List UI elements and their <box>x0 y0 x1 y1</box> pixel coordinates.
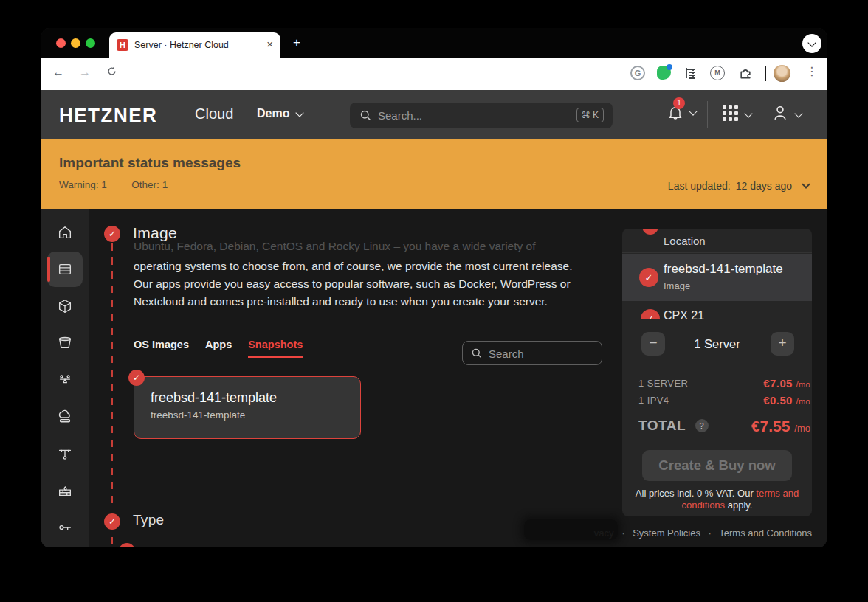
total-row: TOTAL ? €7.55 /mo <box>638 418 803 437</box>
summary-scroll-viewport[interactable]: ✓ Location ✓ freebsd-141-template Image … <box>622 229 812 319</box>
user-icon <box>771 103 790 122</box>
chevron-down-icon <box>807 38 816 46</box>
reload-button[interactable] <box>103 66 120 80</box>
toolbar-divider <box>765 66 766 81</box>
order-summary-panel: ✓ Location ✓ freebsd-141-template Image … <box>622 229 812 516</box>
sidebar-item-images[interactable] <box>41 288 89 324</box>
location-label: Location <box>664 235 706 247</box>
warning-count: 1 <box>101 179 107 190</box>
minimize-window-button[interactable] <box>71 38 80 48</box>
tab-close-icon[interactable]: × <box>266 38 273 50</box>
sidebar <box>41 209 89 547</box>
firewall-icon <box>57 482 73 499</box>
summary-type-label: CPX 21 <box>664 309 704 319</box>
total-label: TOTAL <box>638 418 686 434</box>
tree-extension-icon[interactable] <box>683 66 700 82</box>
image-section-check-icon: ✓ <box>104 226 120 242</box>
browser-window: H Server · Hetzner Cloud × + ← → console… <box>41 28 827 547</box>
tab-os-images[interactable]: OS Images <box>134 339 189 358</box>
grammarly-extension-icon[interactable]: G <box>630 66 647 82</box>
extensions-puzzle-icon[interactable] <box>738 66 754 82</box>
header-divider <box>247 100 247 129</box>
back-button[interactable]: ← <box>50 66 66 79</box>
chevron-down-icon <box>689 107 697 115</box>
vat-notice: All prices incl. 0 % VAT. Our terms and … <box>631 488 803 511</box>
price-label: 1 IPV4 <box>638 395 669 406</box>
image-tabs: OS Images Apps Snapshots <box>134 339 303 358</box>
servers-icon <box>57 261 73 277</box>
chevron-down-icon <box>802 180 810 188</box>
terms-conditions-link[interactable]: Terms and Conditions <box>719 527 812 539</box>
summary-item-image[interactable]: ✓ freebsd-141-template Image <box>622 254 812 301</box>
browser-tab[interactable]: H Server · Hetzner Cloud × <box>109 32 280 58</box>
new-tab-button[interactable]: + <box>288 34 306 52</box>
chevron-down-icon <box>794 109 802 117</box>
bucket-icon <box>57 335 73 351</box>
snapshot-search-input[interactable] <box>489 345 592 362</box>
search-icon <box>471 347 483 359</box>
image-check-icon: ✓ <box>639 268 658 287</box>
status-banner: Important status messages Warning: 1 Oth… <box>41 139 827 209</box>
account-menu[interactable] <box>771 103 805 125</box>
m-extension-icon[interactable]: M <box>710 66 726 82</box>
global-search-input[interactable] <box>378 106 548 124</box>
snapshot-selected-check-icon: ✓ <box>128 370 145 386</box>
apps-menu[interactable] <box>723 105 754 125</box>
system-policies-link[interactable]: System Policies <box>633 527 700 539</box>
sidebar-item-networks[interactable] <box>41 436 89 471</box>
sidebar-item-storage[interactable] <box>41 325 89 361</box>
sidebar-item-home[interactable] <box>41 215 89 250</box>
summary-item-location[interactable]: ✓ Location <box>622 229 812 253</box>
evernote-extension-icon[interactable] <box>657 66 673 82</box>
summary-image-subtitle: Image <box>664 280 690 291</box>
price-line-server: 1 SERVER €7.05 /mo <box>638 378 803 390</box>
browser-tabstrip: H Server · Hetzner Cloud × + <box>41 28 827 58</box>
tab-snapshots[interactable]: Snapshots <box>248 339 303 358</box>
sidebar-item-security[interactable] <box>41 510 89 545</box>
tab-apps[interactable]: Apps <box>205 339 232 358</box>
load-balancer-icon <box>57 372 73 388</box>
create-buy-button[interactable]: Create & Buy now <box>642 450 792 481</box>
summary-item-type[interactable]: ✓ CPX 21 <box>622 302 812 319</box>
hetzner-logo[interactable]: HETZNER <box>59 104 157 127</box>
notifications-menu[interactable]: 1 <box>665 99 699 128</box>
notification-badge: 1 <box>673 97 685 109</box>
type-section-title: Type <box>133 512 164 528</box>
sidebar-item-floating-ips[interactable] <box>41 399 89 435</box>
snapshot-subtitle: freebsd-141-template <box>151 409 245 421</box>
zoom-window-button[interactable] <box>86 38 95 48</box>
snapshot-search[interactable] <box>462 341 602 365</box>
project-selector[interactable]: Demo <box>257 107 303 120</box>
sidebar-item-load-balancers[interactable] <box>41 362 89 398</box>
last-updated-dropdown[interactable]: Last updated: 12 days ago <box>668 180 809 192</box>
browser-menu-icon[interactable]: ⋮ <box>806 64 818 78</box>
status-banner-title: Important status messages <box>59 155 241 171</box>
warning-label: Warning: <box>59 179 99 190</box>
sidebar-item-firewalls[interactable] <box>41 473 89 508</box>
tooltip-overlay <box>524 519 618 540</box>
key-icon <box>57 519 73 536</box>
progress-dashed-line <box>111 537 113 547</box>
price-label: 1 SERVER <box>638 378 688 389</box>
server-count-stepper: − 1 Server + <box>622 322 812 361</box>
snapshot-title: freebsd-141-template <box>151 390 277 406</box>
tab-search-button[interactable] <box>802 34 822 53</box>
other-label: Other: <box>131 179 159 190</box>
type-check-icon: ✓ <box>641 309 660 319</box>
browser-profile-avatar[interactable] <box>774 65 790 82</box>
reload-icon <box>106 66 117 77</box>
global-search[interactable]: ⌘ K <box>350 103 613 128</box>
main-content: ✓ Image Ubuntu, Fedora, Debian, CentOS a… <box>41 209 827 547</box>
cloud-icon <box>57 409 73 425</box>
sidebar-item-servers[interactable] <box>41 252 89 287</box>
increase-count-button[interactable]: + <box>771 332 794 356</box>
home-icon <box>57 224 73 241</box>
header-divider <box>707 101 708 128</box>
progress-dashed-line <box>111 243 113 506</box>
summary-image-title: freebsd-141-template <box>664 262 783 277</box>
chevron-down-icon <box>296 108 304 117</box>
close-window-button[interactable] <box>56 38 66 48</box>
snapshot-card[interactable]: ✓ freebsd-141-template freebsd-141-templ… <box>134 376 361 439</box>
forward-button[interactable]: → <box>77 66 93 79</box>
help-icon[interactable]: ? <box>695 419 709 432</box>
